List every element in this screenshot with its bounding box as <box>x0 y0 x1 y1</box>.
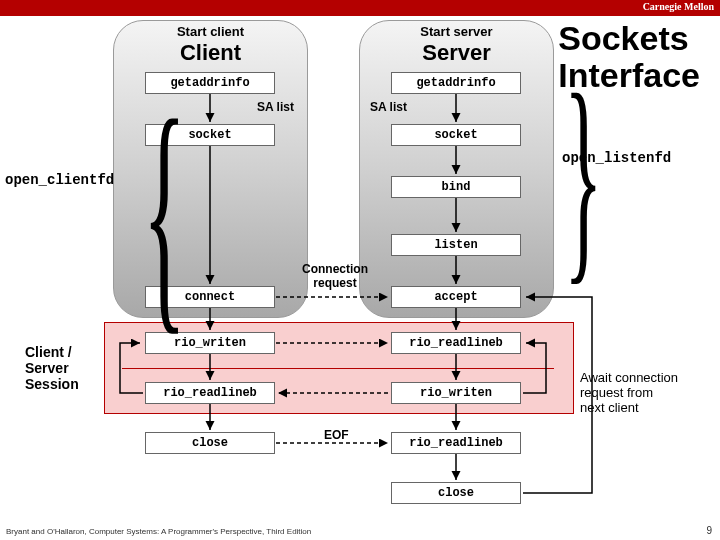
session-l1: Client / <box>25 344 72 360</box>
server-bind-box: bind <box>391 176 521 198</box>
connreq-l1: Connection <box>302 262 368 276</box>
client-start-label: Start client <box>113 24 308 39</box>
server-getaddrinfo-box: getaddrinfo <box>391 72 521 94</box>
server-socket-box: socket <box>391 124 521 146</box>
client-salist-label: SA list <box>257 100 294 114</box>
client-title: Client <box>113 40 308 66</box>
session-l2: Server <box>25 360 69 376</box>
client-brace: { <box>143 120 187 302</box>
session-label: Client / Server Session <box>25 344 105 392</box>
footer-text: Bryant and O'Hallaron, Computer Systems:… <box>6 527 311 536</box>
server-listen-box: listen <box>391 234 521 256</box>
await-l1: Await connection <box>580 370 678 385</box>
open-clientfd-label: open_clientfd <box>5 172 114 188</box>
server-readlineb-box: rio_readlineb <box>391 332 521 354</box>
eof-label: EOF <box>324 428 349 442</box>
await-l2: request from <box>580 385 653 400</box>
brand-label: Carnegie Mellon <box>643 1 714 12</box>
server-writen-box: rio_writen <box>391 382 521 404</box>
page-number: 9 <box>706 525 712 536</box>
top-bar <box>0 0 720 16</box>
session-l3: Session <box>25 376 79 392</box>
session-divider <box>122 368 554 369</box>
client-readlineb-box: rio_readlineb <box>145 382 275 404</box>
server-start-label: Start server <box>359 24 554 39</box>
connection-request-label: Connection request <box>295 262 375 290</box>
connreq-l2: request <box>313 276 356 290</box>
server-salist-label: SA list <box>370 100 407 114</box>
server-close-box: close <box>391 482 521 504</box>
server-accept-box: accept <box>391 286 521 308</box>
server-title: Server <box>359 40 554 66</box>
server-brace: } <box>564 95 603 256</box>
client-close-box: close <box>145 432 275 454</box>
await-l3: next client <box>580 400 639 415</box>
await-label: Await connection request from next clien… <box>580 370 710 415</box>
server-readlineb2-box: rio_readlineb <box>391 432 521 454</box>
